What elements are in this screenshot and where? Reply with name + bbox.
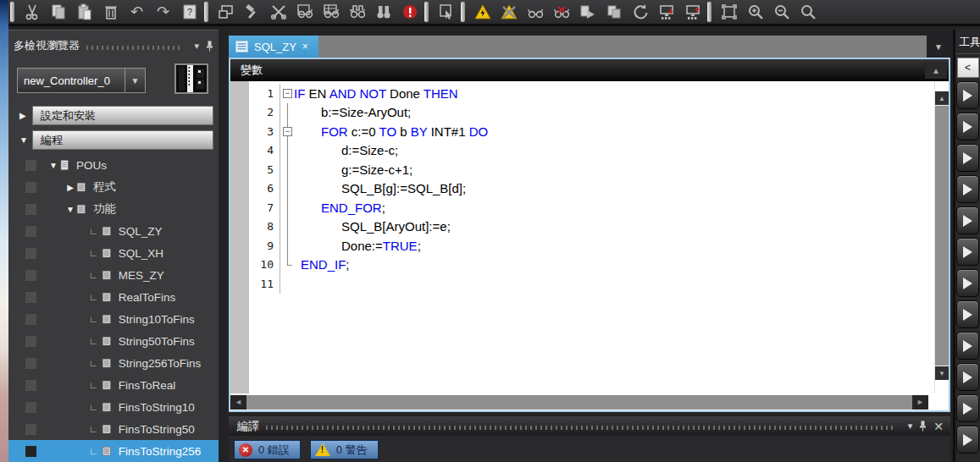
pou-icon xyxy=(101,445,114,458)
fold-toggle-icon[interactable]: − xyxy=(283,127,292,136)
expanded-arrow-icon[interactable]: ▼ xyxy=(19,135,28,145)
vertical-scroll-thumb[interactable] xyxy=(935,106,949,366)
data-trace-button[interactable] xyxy=(344,1,370,23)
pin-icon[interactable] xyxy=(206,41,213,52)
toolbox-expander-button[interactable] xyxy=(956,238,979,266)
panel-menu-chevron-icon[interactable]: ▾ xyxy=(908,421,913,432)
code-text: g:=Size-c+1; xyxy=(294,162,412,177)
toolbox-expander-button[interactable] xyxy=(956,269,979,297)
collapsed-arrow-icon[interactable]: ▶ xyxy=(19,111,26,120)
pin-icon[interactable] xyxy=(919,421,927,432)
tree-item-MES_ZY[interactable]: ∟MES_ZY xyxy=(8,264,219,286)
toolbox-expander-button[interactable] xyxy=(956,394,979,422)
tree-item-功能[interactable]: ▼功能 xyxy=(8,198,219,220)
check-all-button[interactable] xyxy=(318,1,344,23)
toolbox-expander-button[interactable] xyxy=(956,175,979,203)
transfer-from-controller-button[interactable] xyxy=(679,1,706,23)
stop-monitor-button[interactable] xyxy=(548,1,574,23)
controller-selector[interactable]: new_Controller_0 ▼ xyxy=(17,68,146,93)
pointer-edit-button[interactable] xyxy=(433,1,459,23)
errors-filter-button[interactable]: ✕ 0 錯誤 xyxy=(234,440,301,459)
tree-item-FinsToString50[interactable]: ∟FinsToString50 xyxy=(8,418,219,440)
monitor-button[interactable] xyxy=(522,1,548,23)
warnings-count-label: 0 警告 xyxy=(336,443,368,458)
tree-item-SQL_XH[interactable]: ∟SQL_XH xyxy=(8,242,219,264)
go-offline-button[interactable] xyxy=(496,1,522,23)
vertical-scrollbar[interactable]: ▲ ▼ xyxy=(934,81,949,393)
tab-close-icon[interactable]: × xyxy=(302,41,308,52)
abort-button[interactable] xyxy=(396,1,423,23)
toolbox-expander-button[interactable] xyxy=(956,113,979,140)
document-icon xyxy=(235,41,248,52)
tree-item-String256ToFins[interactable]: ∟String256ToFins xyxy=(8,352,219,374)
tree-item-label: SQL_XH xyxy=(119,247,163,260)
toolbox-expander-button[interactable] xyxy=(956,144,979,172)
cut-button[interactable] xyxy=(19,1,45,23)
copy-button[interactable] xyxy=(45,1,71,23)
section-programming-label[interactable]: 編程 xyxy=(32,130,213,150)
variables-bar[interactable]: 變數 ▲ xyxy=(230,59,949,81)
expanded-arrow-icon[interactable]: ▼ xyxy=(65,205,75,214)
warnings-filter-button[interactable]: 0 警告 xyxy=(310,440,379,459)
stop-program-button[interactable] xyxy=(601,1,627,23)
build-hammer-button[interactable] xyxy=(239,1,265,23)
search-binoculars-button[interactable] xyxy=(370,1,396,23)
tree-item-label: FinsToString256 xyxy=(119,445,202,458)
zoom-fit-button[interactable] xyxy=(716,1,742,23)
toolbox-expander-button[interactable] xyxy=(956,332,979,360)
tree-item-POUs[interactable]: ▼POUs xyxy=(8,154,219,176)
tree-item-String50ToFins[interactable]: ∟String50ToFins xyxy=(8,330,219,352)
tree-item-FinsToString256[interactable]: ∟FinsToString256 xyxy=(8,440,219,462)
toolbox-expander-button[interactable] xyxy=(956,206,979,234)
toolbox-expander-button[interactable] xyxy=(956,81,979,109)
undo-button[interactable]: ↶ xyxy=(124,1,150,23)
run-program-button[interactable] xyxy=(574,1,601,23)
scroll-left-button[interactable]: ◄ xyxy=(230,395,246,410)
collapsed-arrow-icon[interactable]: ▶ xyxy=(65,183,75,192)
tree-item-程式[interactable]: ▶程式 xyxy=(8,176,219,198)
tab-list-chevron-icon[interactable]: ▼ xyxy=(927,36,950,58)
code-text: END_FOR; xyxy=(294,201,385,215)
desktop-background-sliver xyxy=(0,0,8,462)
tree-item-RealToFins[interactable]: ∟RealToFins xyxy=(8,286,219,308)
toolbox-collapse-button[interactable]: < xyxy=(957,58,979,78)
horizontal-scrollbar[interactable]: ◄ ► xyxy=(230,393,949,410)
zoom-extra-button[interactable] xyxy=(795,1,821,23)
tree-item-FinsToReal[interactable]: ∟FinsToReal xyxy=(8,374,219,396)
horizontal-scroll-thumb[interactable] xyxy=(246,395,912,410)
redo-button[interactable]: ↷ xyxy=(150,1,176,23)
panel-menu-chevron-icon[interactable]: ▾ xyxy=(194,41,199,52)
transfer-to-controller-button[interactable] xyxy=(653,1,679,23)
close-icon[interactable]: ✕ xyxy=(933,420,944,433)
rebuild-button[interactable] xyxy=(265,1,291,23)
variables-collapse-button[interactable]: ▲ xyxy=(925,62,947,79)
tab-sql-zy[interactable]: SQL_ZY × xyxy=(229,36,318,58)
leaf-connector: ∟ xyxy=(89,424,98,434)
zoom-in-button[interactable] xyxy=(742,1,768,23)
toolbox-expander-button[interactable] xyxy=(956,300,979,328)
tree-item-SQL_ZY[interactable]: ∟SQL_ZY xyxy=(8,220,219,242)
scroll-down-button[interactable]: ▼ xyxy=(935,366,949,380)
tree-item-FinsToString10[interactable]: ∟FinsToString10 xyxy=(8,396,219,418)
toolbox-expander-button[interactable] xyxy=(956,426,979,454)
fold-toggle-icon[interactable]: − xyxy=(283,89,292,98)
synchronize-button[interactable] xyxy=(627,1,653,23)
zoom-out-button[interactable] xyxy=(768,1,795,23)
code-area[interactable]: 1−IF EN AND NOT Done THEN2b:=Size-AryOut… xyxy=(230,81,949,393)
check-programs-button[interactable] xyxy=(291,1,318,23)
help-button[interactable]: ? xyxy=(176,1,202,23)
tree-item-String10ToFins[interactable]: ∟String10ToFins xyxy=(8,308,219,330)
window-new-button[interactable] xyxy=(213,1,239,23)
fold-column: − xyxy=(280,84,294,103)
expanded-arrow-icon[interactable]: ▼ xyxy=(48,161,58,170)
paste-button[interactable] xyxy=(71,1,97,23)
scroll-up-button[interactable]: ▲ xyxy=(935,91,949,105)
toolbox-expander-button[interactable] xyxy=(956,363,979,391)
section-configuration-label[interactable]: 設定和安裝 xyxy=(32,106,213,125)
chevron-down-icon[interactable]: ▼ xyxy=(125,69,145,92)
scroll-right-button[interactable]: ► xyxy=(912,395,928,410)
go-online-button[interactable] xyxy=(469,1,496,23)
section-configuration[interactable]: ▶ 設定和安裝 xyxy=(8,106,219,126)
section-programming[interactable]: ▼ 編程 xyxy=(8,130,219,151)
delete-button[interactable] xyxy=(97,1,124,23)
